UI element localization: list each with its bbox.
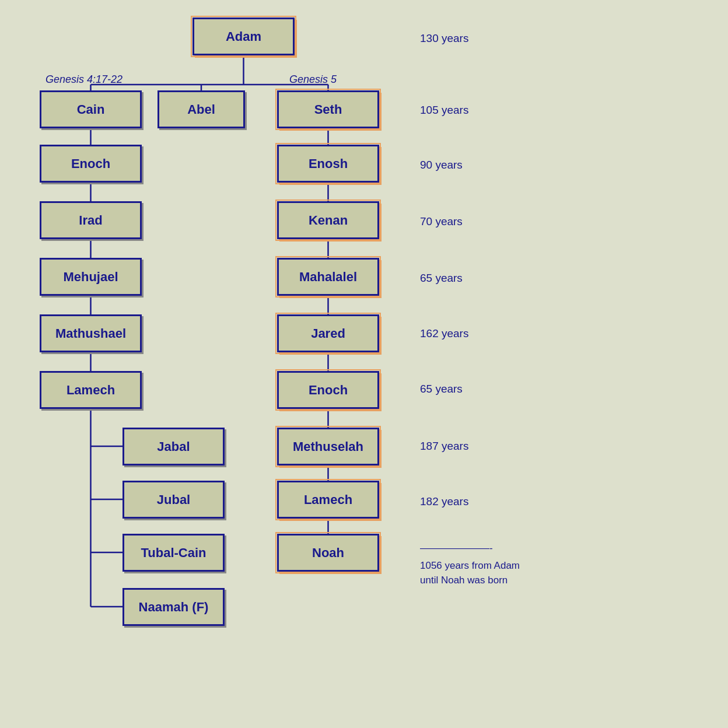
- node-adam: Adam: [192, 18, 295, 55]
- year-separator: ———————-: [420, 542, 493, 554]
- year-methuselah: 187 years: [420, 440, 468, 453]
- node-jared: Jared: [277, 314, 379, 352]
- year-adam: 130 years: [420, 32, 468, 45]
- year-mahalalel: 65 years: [420, 272, 463, 285]
- node-enosh: Enosh: [277, 145, 379, 183]
- year-kenan: 70 years: [420, 215, 463, 228]
- node-cain: Cain: [40, 90, 142, 128]
- node-kenan: Kenan: [277, 201, 379, 239]
- node-mahalalel: Mahalalel: [277, 258, 379, 296]
- genesis4-label: Genesis 4:17-22: [46, 74, 123, 86]
- node-noah: Noah: [277, 534, 379, 572]
- node-methuselah: Methuselah: [277, 428, 379, 466]
- node-jubal: Jubal: [123, 481, 225, 519]
- year-lamech-seth: 182 years: [420, 495, 468, 508]
- node-abel: Abel: [158, 90, 245, 128]
- node-mathushael: Mathushael: [40, 314, 142, 352]
- node-jabal: Jabal: [123, 428, 225, 466]
- node-seth: Seth: [277, 90, 379, 128]
- node-enoch-seth: Enoch: [277, 371, 379, 409]
- node-tubal-cain: Tubal-Cain: [123, 534, 225, 572]
- node-irad: Irad: [40, 201, 142, 239]
- node-lamech-cain: Lamech: [40, 371, 142, 409]
- year-noah-desc1: 1056 years from Adam: [420, 560, 520, 572]
- year-enoch-seth: 65 years: [420, 383, 463, 396]
- node-mehujael: Mehujael: [40, 258, 142, 296]
- year-jared: 162 years: [420, 327, 468, 340]
- genesis5-label: Genesis 5: [289, 74, 337, 86]
- node-naamah: Naamah (F): [123, 588, 225, 626]
- year-seth: 105 years: [420, 104, 468, 117]
- node-lamech-seth: Lamech: [277, 481, 379, 519]
- year-enosh: 90 years: [420, 159, 463, 172]
- node-enoch-cain: Enoch: [40, 145, 142, 183]
- year-noah-desc2: until Noah was born: [420, 575, 508, 586]
